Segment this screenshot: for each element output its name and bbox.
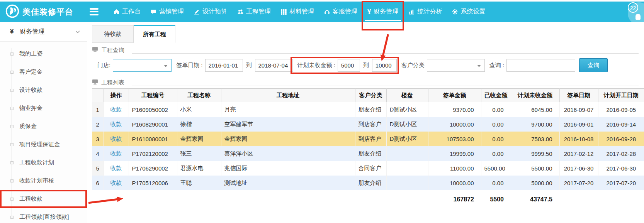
top-nav: 工作台营销管理设计预算工程管理材料管理客服管理¥财务管理统计分析系统设置 xyxy=(109,2,490,22)
cell-sign_date: 2017-02-12 xyxy=(559,146,598,161)
column-header-sign_date: 签单日期 xyxy=(559,89,598,102)
store-select[interactable] xyxy=(113,59,172,72)
cell-index: 5 xyxy=(92,161,104,176)
table-row[interactable]: 5收款P1706290002君源水电兆信国际合同客户11000.005500.0… xyxy=(92,161,644,176)
cell-sign_date: 2016-10-08 xyxy=(559,132,598,146)
cell-start_date: 2016-09-28 xyxy=(598,132,644,146)
nav-item-marketing[interactable]: 营销管理 xyxy=(146,2,189,22)
sign-date-from-input[interactable] xyxy=(205,59,243,72)
table-row[interactable]: 1收款P1609050002小米月亮朋友介绍D测试小区9370.000.0060… xyxy=(92,102,644,117)
column-header-received: 已收金额 xyxy=(481,89,511,102)
sidebar-item-label: 工程收款 xyxy=(19,195,42,203)
nav-item-customer-service[interactable]: 客服管理 xyxy=(319,2,362,22)
headset-icon xyxy=(324,9,330,15)
cell-index: 2 xyxy=(92,117,104,132)
planned-amount-from-input[interactable] xyxy=(338,59,360,72)
table-row[interactable]: 6收款P1705120006王聪测试地址朋友介绍10000.000.005000… xyxy=(92,176,644,190)
collect-payment-link[interactable]: 收款 xyxy=(110,106,122,113)
nav-item-design-budget[interactable]: 设计预算 xyxy=(189,2,232,22)
brand[interactable]: 美佳装修平台 xyxy=(0,4,87,20)
column-header-start_date: 计划开工日期 xyxy=(598,89,644,102)
sidebar-item-project-collection-plan[interactable]: 工程收款计划 xyxy=(0,154,87,172)
nav-item-engineering[interactable]: 工程管理 xyxy=(232,2,276,22)
monitor-icon xyxy=(92,47,98,54)
planned-amount-to-input[interactable] xyxy=(372,59,397,72)
collect-payment-link[interactable]: 收款 xyxy=(110,121,122,127)
collect-payment-link[interactable]: 收款 xyxy=(110,179,122,186)
cell-sign_date: 2017-06-30 xyxy=(559,161,598,176)
sidebar-header-finance[interactable]: ¥ 财务管理 xyxy=(0,22,87,42)
yen-icon: ¥ xyxy=(367,8,371,15)
total-signed: 167872 xyxy=(428,190,481,209)
notification-badge[interactable]: 22 xyxy=(628,2,644,25)
cell-planned: 5000.00 xyxy=(511,176,559,190)
nav-item-statistics[interactable]: 统计分析 xyxy=(403,2,447,22)
cell-action: 收款 xyxy=(104,117,129,132)
table-row[interactable]: 4收款P1702120002张三喜洋洋小区朋友介绍19999.000.00999… xyxy=(92,146,644,161)
sidebar-item-customer-deposit[interactable]: 客户定金 xyxy=(0,63,87,81)
cell-signed: 10000.00 xyxy=(428,176,481,190)
category-select[interactable] xyxy=(427,59,485,72)
sidebar-item-project-collection[interactable]: 工程收款 xyxy=(0,190,87,208)
cell-address: 空军建军节 xyxy=(221,117,355,132)
cell-action: 收款 xyxy=(104,161,129,176)
table-row[interactable]: 3收款P1610080001金辉家园金辉家园到店客户D测试小区107503.00… xyxy=(92,132,644,146)
column-header-index xyxy=(92,89,104,102)
table-row[interactable]: 2收款P1608290001徐楷空军建军节到店客户D测试小区10000.000.… xyxy=(92,117,644,132)
search-button[interactable]: 查询 xyxy=(579,58,608,72)
cell-index: 1 xyxy=(92,102,104,117)
nav-item-materials[interactable]: 材料管理 xyxy=(276,2,319,22)
column-header-signed: 签单金额 xyxy=(428,89,481,102)
cell-category: 朋友介绍 xyxy=(355,146,386,161)
sign-date-to-input[interactable] xyxy=(255,59,293,72)
tab-pending-collection[interactable]: 待收款 xyxy=(92,25,134,43)
sidebar-item-property-deposit[interactable]: 物业押金 xyxy=(0,99,87,117)
cell-index: 3 xyxy=(92,132,104,146)
to-label: 到 xyxy=(363,62,369,69)
sidebar-item-project-withdrawal[interactable]: 工程领款[直接领款] xyxy=(0,208,87,223)
nav-item-label: 设计预算 xyxy=(202,8,227,16)
sidebar-item-label: 客户定金 xyxy=(19,68,42,76)
sidebar-item-label: 工程收款计划 xyxy=(19,159,54,166)
column-header-name: 工程名称 xyxy=(177,89,221,102)
nav-item-workbench[interactable]: 工作台 xyxy=(109,2,146,22)
nav-item-label: 营销管理 xyxy=(159,8,184,16)
nav-item-label: 统计分析 xyxy=(417,8,442,16)
cell-index: 4 xyxy=(92,146,104,161)
gear-icon xyxy=(452,9,458,15)
menu-toggle-icon[interactable] xyxy=(90,7,99,17)
cell-name: 小米 xyxy=(177,102,221,117)
cell-sign_date: 2016-09-07 xyxy=(559,102,598,117)
sidebar-item-my-salary[interactable]: 我的工资 xyxy=(0,45,87,63)
collect-payment-link[interactable]: 收款 xyxy=(110,165,122,171)
store-label: 门店: xyxy=(97,62,110,69)
cell-planned: 5500.00 xyxy=(511,161,559,176)
tab-all-projects[interactable]: 所有工程 xyxy=(134,25,175,43)
sidebar-item-design-income[interactable]: 设计收款 xyxy=(0,81,87,99)
nav-item-label: 工程管理 xyxy=(246,8,271,16)
nav-item-settings[interactable]: 系统设置 xyxy=(447,2,490,22)
nav-item-finance[interactable]: ¥财务管理 xyxy=(362,2,403,22)
sidebar-item-warranty-deposit[interactable]: 质保金 xyxy=(0,117,87,135)
collect-payment-link[interactable]: 收款 xyxy=(110,135,122,142)
column-header-action: 操作 xyxy=(104,89,129,102)
keyword-input[interactable] xyxy=(506,59,575,72)
cell-code: P1610080001 xyxy=(129,132,177,146)
cell-name: 君源水电 xyxy=(177,161,221,176)
query-form: 门店: 签单日期 : 到 计划未收金额 : 到 客户分类 查询 : 查询 xyxy=(92,55,644,75)
chevron-down-icon xyxy=(75,28,80,35)
cell-start_date: 2017-07-20 xyxy=(598,176,644,190)
cell-estate xyxy=(386,176,428,190)
to-label: 到 xyxy=(246,62,252,69)
cell-category: 到店客户 xyxy=(355,132,386,146)
sidebar-item-pm-guarantee[interactable]: 项目经理保证金 xyxy=(0,135,87,154)
sidebar-item-label: 质保金 xyxy=(19,123,37,130)
collect-payment-link[interactable]: 收款 xyxy=(110,150,122,157)
cell-name: 金辉家园 xyxy=(177,132,221,146)
sidebar-item-label: 物业押金 xyxy=(19,105,42,112)
cell-action: 收款 xyxy=(104,132,129,146)
sidebar-item-collection-plan-review[interactable]: 收款计划审核 xyxy=(0,172,87,190)
cell-sign_date: 2017-07-20 xyxy=(559,176,598,190)
cell-address: 月亮 xyxy=(221,102,355,117)
nav-item-label: 工作台 xyxy=(122,8,141,16)
